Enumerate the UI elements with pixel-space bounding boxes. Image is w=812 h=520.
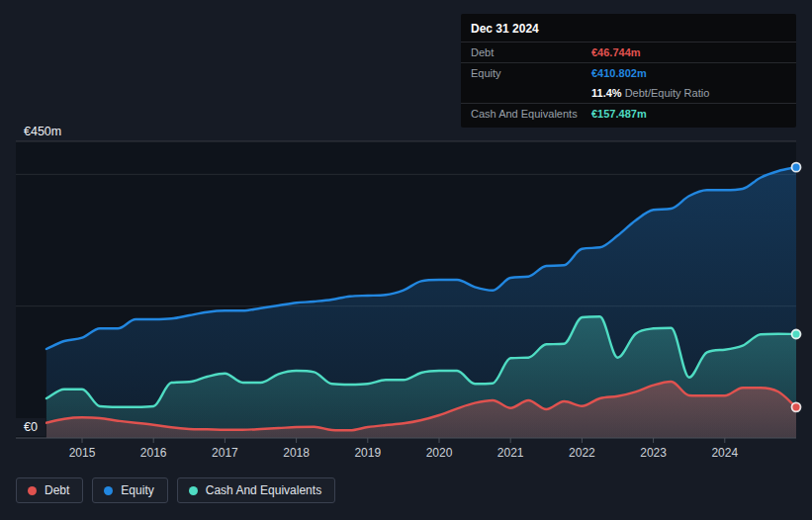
tooltip-row-equity: Equity €410.802m xyxy=(461,63,796,83)
x-tick-label-2023: 2023 xyxy=(640,446,667,460)
x-tick-label-2020: 2020 xyxy=(426,446,453,460)
tooltip-ratio-value: 11.4% xyxy=(591,87,622,99)
equity-legend-dot-icon xyxy=(104,486,113,495)
legend-cash-label: Cash And Equivalents xyxy=(206,483,321,497)
x-tick-label-2015: 2015 xyxy=(69,446,96,460)
x-tick-label-2019: 2019 xyxy=(354,446,381,460)
legend-item-debt[interactable]: Debt xyxy=(16,477,83,503)
y-axis-label-zero: €0 xyxy=(16,418,45,436)
tooltip-debt-label: Debt xyxy=(471,46,591,58)
y-axis-label-max: €450m xyxy=(16,123,69,140)
x-tick-label-2022: 2022 xyxy=(569,446,595,460)
tooltip-date: Dec 31 2024 xyxy=(461,14,796,43)
x-tick-label-2018: 2018 xyxy=(283,446,310,460)
chart-legend: Debt Equity Cash And Equivalents xyxy=(16,477,335,503)
cash-and-equivalents-marker xyxy=(792,329,801,338)
tooltip-equity-value: €410.802m xyxy=(591,67,786,79)
tooltip-ratio: 11.4% Debt/Equity Ratio xyxy=(591,87,786,99)
tooltip-row-ratio: 11.4% Debt/Equity Ratio xyxy=(461,83,796,104)
x-tick-label-2021: 2021 xyxy=(497,446,524,460)
legend-debt-label: Debt xyxy=(45,483,69,497)
legend-equity-label: Equity xyxy=(121,483,153,497)
chart-plot-area[interactable]: 2015201620172018201920202021202220232024 xyxy=(16,134,796,461)
cash-legend-dot-icon xyxy=(189,486,198,495)
x-tick-label-2024: 2024 xyxy=(711,446,738,460)
legend-item-equity[interactable]: Equity xyxy=(92,477,167,503)
debt-legend-dot-icon xyxy=(28,486,37,495)
tooltip-row-debt: Debt €46.744m xyxy=(461,43,796,63)
tooltip-equity-label: Equity xyxy=(471,67,591,79)
tooltip-row-cash: Cash And Equivalents €157.487m xyxy=(461,104,796,124)
chart-tooltip: Dec 31 2024 Debt €46.744m Equity €410.80… xyxy=(461,14,796,128)
legend-item-cash[interactable]: Cash And Equivalents xyxy=(177,477,335,503)
tooltip-cash-label: Cash And Equivalents xyxy=(471,108,591,120)
tooltip-cash-value: €157.487m xyxy=(591,108,786,120)
equity-marker xyxy=(792,163,801,172)
tooltip-debt-value: €46.744m xyxy=(591,46,786,58)
x-tick-label-2017: 2017 xyxy=(212,446,238,460)
tooltip-ratio-label: Debt/Equity Ratio xyxy=(622,87,710,99)
x-tick-label-2016: 2016 xyxy=(140,446,167,460)
debt-marker xyxy=(792,402,801,411)
